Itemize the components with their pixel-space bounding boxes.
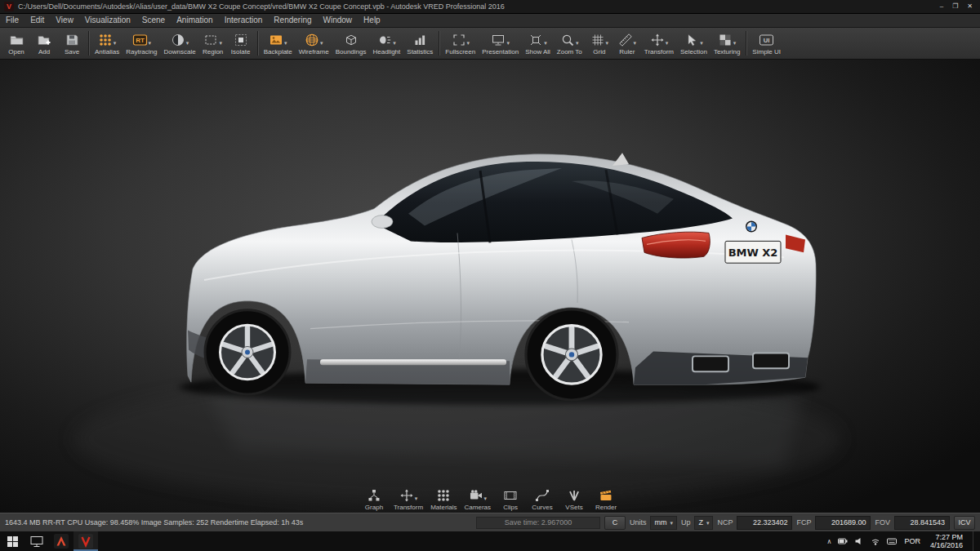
tool-ruler[interactable]: ▾ Ruler bbox=[613, 28, 641, 59]
dock-cameras[interactable]: ▾ Cameras bbox=[465, 488, 491, 511]
toolbar-separator bbox=[257, 31, 258, 56]
graph-icon bbox=[367, 488, 381, 503]
battery-icon[interactable] bbox=[838, 536, 848, 546]
tool-presentation[interactable]: ▾ Presentation bbox=[479, 28, 522, 59]
isolate-icon bbox=[234, 33, 248, 47]
downscale-icon bbox=[171, 33, 185, 47]
clips-filmstrip-icon bbox=[503, 488, 518, 503]
chevron-down-icon: ▾ bbox=[606, 40, 609, 46]
tool-headlight[interactable]: ▾ Headlight bbox=[369, 28, 403, 59]
dock-vsets[interactable]: VSets bbox=[562, 488, 586, 511]
tool-raytracing[interactable]: RT▾ Raytracing bbox=[122, 28, 160, 59]
alias-app-icon bbox=[54, 534, 69, 549]
svg-text:RT: RT bbox=[136, 37, 145, 44]
menu-animation[interactable]: Animation bbox=[171, 14, 218, 27]
license-plate: BMW X2 bbox=[725, 241, 781, 263]
tool-wireframe[interactable]: ▾ Wireframe bbox=[296, 28, 332, 59]
raytracing-icon: RT bbox=[132, 33, 148, 47]
tool-open[interactable]: Open bbox=[2, 28, 30, 59]
dock-curves[interactable]: Curves bbox=[530, 488, 555, 511]
language-indicator[interactable]: POR bbox=[904, 537, 920, 545]
close-button[interactable]: ✕ bbox=[967, 0, 973, 13]
headlight-icon bbox=[377, 33, 392, 47]
tool-isolate[interactable]: Isolate bbox=[227, 28, 255, 59]
tool-statistics[interactable]: Statistics bbox=[403, 28, 436, 59]
tool-boundings[interactable]: Boundings bbox=[332, 28, 370, 59]
chevron-down-icon: ▾ bbox=[506, 40, 510, 46]
dock-transform[interactable]: ▾ Transform bbox=[394, 488, 423, 511]
network-icon[interactable] bbox=[871, 536, 880, 546]
dock-render[interactable]: Render bbox=[594, 488, 618, 511]
chevron-down-icon: ▾ bbox=[576, 40, 579, 46]
tool-selection[interactable]: ▾ Selection bbox=[677, 28, 710, 59]
start-button[interactable] bbox=[0, 531, 24, 551]
chevron-down-icon: ▾ bbox=[670, 520, 673, 526]
tray-expand-icon[interactable]: ∧ bbox=[827, 538, 832, 545]
chevron-down-icon: ▾ bbox=[149, 40, 152, 46]
tool-add[interactable]: Add bbox=[30, 28, 58, 59]
taskbar-clock[interactable]: 7:27 PM 4/16/2016 bbox=[927, 533, 966, 549]
tool-zoom-to[interactable]: ▾ Zoom To bbox=[554, 28, 586, 59]
save-time-field: Save time: 2.967000 bbox=[476, 517, 600, 529]
tool-show-all[interactable]: ▾ Show All bbox=[522, 28, 554, 59]
transform-move-icon bbox=[650, 33, 665, 47]
dock-graph[interactable]: Graph bbox=[362, 488, 386, 511]
save-icon bbox=[65, 33, 79, 47]
tool-transform[interactable]: ▾ Transform bbox=[641, 28, 677, 59]
vsets-fan-icon bbox=[567, 488, 581, 503]
wireframe-globe-icon bbox=[305, 33, 319, 47]
tool-region[interactable]: ▾ Region bbox=[199, 28, 227, 59]
fov-field[interactable]: 28.841543 bbox=[894, 516, 950, 530]
speaker-icon[interactable] bbox=[854, 536, 864, 546]
taskbar-app-alias[interactable] bbox=[49, 531, 74, 551]
menu-view[interactable]: View bbox=[50, 14, 79, 27]
menu-visualization[interactable]: Visualization bbox=[79, 14, 136, 27]
task-view-button[interactable] bbox=[24, 531, 49, 551]
c-button[interactable]: C bbox=[604, 516, 626, 530]
tool-grid[interactable]: ▾ Grid bbox=[586, 28, 613, 59]
tool-texturing[interactable]: ▾ Texturing bbox=[710, 28, 743, 59]
show-desktop-button[interactable] bbox=[973, 531, 977, 551]
units-label: Units bbox=[630, 518, 647, 527]
maximize-button[interactable]: ❐ bbox=[952, 0, 958, 13]
fullscreen-icon bbox=[452, 33, 466, 47]
menu-help[interactable]: Help bbox=[358, 14, 386, 27]
up-axis-label: Up bbox=[681, 518, 691, 527]
chevron-down-icon: ▾ bbox=[634, 40, 637, 46]
sill-trim bbox=[320, 359, 506, 365]
tool-downscale[interactable]: ▾ Downscale bbox=[161, 28, 199, 59]
tool-simple-ui[interactable]: UI Simple UI bbox=[749, 28, 784, 59]
side-mirror bbox=[372, 216, 393, 229]
keyboard-icon[interactable] bbox=[887, 536, 898, 546]
menu-scene[interactable]: Scene bbox=[136, 14, 171, 27]
chevron-down-icon: ▾ bbox=[700, 40, 703, 46]
tool-save[interactable]: Save bbox=[58, 28, 86, 59]
menu-interaction[interactable]: Interaction bbox=[219, 14, 269, 27]
rear-wheel bbox=[526, 309, 617, 400]
exhaust-left bbox=[693, 356, 728, 371]
ncp-field[interactable]: 22.323402 bbox=[737, 516, 792, 530]
presentation-screen-icon bbox=[491, 33, 506, 47]
menu-rendering[interactable]: Rendering bbox=[268, 14, 317, 27]
up-axis-select[interactable]: Z▾ bbox=[694, 516, 713, 530]
units-select[interactable]: mm▾ bbox=[650, 516, 677, 530]
render-scene: BMW X2 bbox=[0, 60, 980, 513]
chevron-down-icon: ▾ bbox=[706, 520, 710, 526]
dock-clips[interactable]: Clips bbox=[498, 488, 523, 511]
tool-backplate[interactable]: ▾ Backplate bbox=[261, 28, 296, 59]
tool-fullscreen[interactable]: ▾ Fullscreen bbox=[442, 28, 479, 59]
minimize-button[interactable]: – bbox=[940, 0, 943, 13]
menu-edit[interactable]: Edit bbox=[24, 14, 50, 27]
selection-cursor-icon bbox=[684, 33, 699, 47]
dock-materials[interactable]: Materials bbox=[430, 488, 457, 511]
chevron-down-icon: ▾ bbox=[320, 40, 323, 46]
3d-viewport[interactable]: BMW X2 Graph ▾ Transform Materials bbox=[0, 60, 980, 513]
menu-file[interactable]: File bbox=[0, 14, 24, 27]
icv-button[interactable]: ICV bbox=[954, 516, 975, 530]
tool-antialias[interactable]: ▾ Antialias bbox=[91, 28, 122, 59]
menu-window[interactable]: Window bbox=[318, 14, 359, 27]
fcp-field[interactable]: 201689.00 bbox=[815, 516, 871, 530]
menu-bar: File Edit View Visualization Scene Anima… bbox=[0, 14, 980, 28]
taskbar-app-vred[interactable] bbox=[74, 531, 98, 551]
toolbar-separator bbox=[746, 31, 746, 56]
